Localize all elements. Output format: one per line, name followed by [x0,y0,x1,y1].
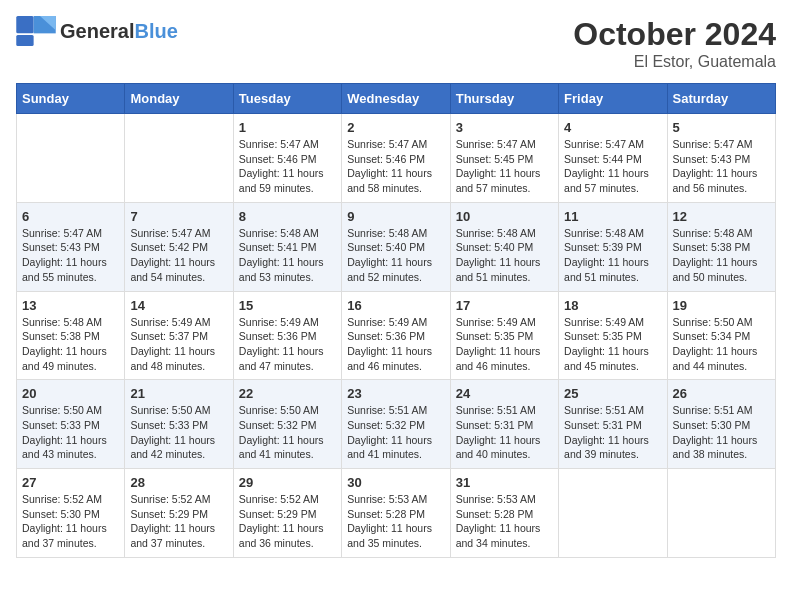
day-info: Sunrise: 5:51 AM Sunset: 5:31 PM Dayligh… [456,403,553,462]
title-block: October 2024 El Estor, Guatemala [573,16,776,71]
day-info: Sunrise: 5:52 AM Sunset: 5:30 PM Dayligh… [22,492,119,551]
table-row: 4Sunrise: 5:47 AM Sunset: 5:44 PM Daylig… [559,114,667,203]
day-info: Sunrise: 5:51 AM Sunset: 5:30 PM Dayligh… [673,403,770,462]
day-number: 3 [456,120,553,135]
day-info: Sunrise: 5:50 AM Sunset: 5:34 PM Dayligh… [673,315,770,374]
calendar-week-row: 1Sunrise: 5:47 AM Sunset: 5:46 PM Daylig… [17,114,776,203]
header-saturday: Saturday [667,84,775,114]
day-info: Sunrise: 5:47 AM Sunset: 5:42 PM Dayligh… [130,226,227,285]
table-row: 20Sunrise: 5:50 AM Sunset: 5:33 PM Dayli… [17,380,125,469]
day-number: 29 [239,475,336,490]
day-info: Sunrise: 5:49 AM Sunset: 5:37 PM Dayligh… [130,315,227,374]
table-row [559,469,667,558]
day-info: Sunrise: 5:48 AM Sunset: 5:40 PM Dayligh… [456,226,553,285]
day-info: Sunrise: 5:48 AM Sunset: 5:39 PM Dayligh… [564,226,661,285]
logo-text-block: GeneralBlue [60,20,178,42]
table-row: 18Sunrise: 5:49 AM Sunset: 5:35 PM Dayli… [559,291,667,380]
table-row: 6Sunrise: 5:47 AM Sunset: 5:43 PM Daylig… [17,202,125,291]
header-sunday: Sunday [17,84,125,114]
table-row: 14Sunrise: 5:49 AM Sunset: 5:37 PM Dayli… [125,291,233,380]
header-wednesday: Wednesday [342,84,450,114]
day-info: Sunrise: 5:48 AM Sunset: 5:40 PM Dayligh… [347,226,444,285]
table-row [125,114,233,203]
day-number: 2 [347,120,444,135]
day-number: 1 [239,120,336,135]
table-row: 28Sunrise: 5:52 AM Sunset: 5:29 PM Dayli… [125,469,233,558]
day-info: Sunrise: 5:47 AM Sunset: 5:46 PM Dayligh… [239,137,336,196]
day-number: 14 [130,298,227,313]
header-tuesday: Tuesday [233,84,341,114]
day-info: Sunrise: 5:47 AM Sunset: 5:45 PM Dayligh… [456,137,553,196]
day-info: Sunrise: 5:48 AM Sunset: 5:41 PM Dayligh… [239,226,336,285]
day-number: 19 [673,298,770,313]
day-number: 12 [673,209,770,224]
day-info: Sunrise: 5:50 AM Sunset: 5:33 PM Dayligh… [130,403,227,462]
table-row: 24Sunrise: 5:51 AM Sunset: 5:31 PM Dayli… [450,380,558,469]
day-info: Sunrise: 5:47 AM Sunset: 5:46 PM Dayligh… [347,137,444,196]
day-number: 13 [22,298,119,313]
table-row: 16Sunrise: 5:49 AM Sunset: 5:36 PM Dayli… [342,291,450,380]
day-number: 18 [564,298,661,313]
table-row: 29Sunrise: 5:52 AM Sunset: 5:29 PM Dayli… [233,469,341,558]
day-number: 7 [130,209,227,224]
calendar-table: Sunday Monday Tuesday Wednesday Thursday… [16,83,776,558]
table-row: 15Sunrise: 5:49 AM Sunset: 5:36 PM Dayli… [233,291,341,380]
day-number: 31 [456,475,553,490]
day-number: 27 [22,475,119,490]
table-row: 21Sunrise: 5:50 AM Sunset: 5:33 PM Dayli… [125,380,233,469]
day-info: Sunrise: 5:47 AM Sunset: 5:43 PM Dayligh… [22,226,119,285]
logo: GeneralBlue [16,16,178,46]
table-row: 12Sunrise: 5:48 AM Sunset: 5:38 PM Dayli… [667,202,775,291]
day-info: Sunrise: 5:53 AM Sunset: 5:28 PM Dayligh… [347,492,444,551]
day-number: 20 [22,386,119,401]
table-row [667,469,775,558]
day-info: Sunrise: 5:52 AM Sunset: 5:29 PM Dayligh… [239,492,336,551]
table-row: 23Sunrise: 5:51 AM Sunset: 5:32 PM Dayli… [342,380,450,469]
day-number: 17 [456,298,553,313]
calendar-week-row: 20Sunrise: 5:50 AM Sunset: 5:33 PM Dayli… [17,380,776,469]
table-row: 1Sunrise: 5:47 AM Sunset: 5:46 PM Daylig… [233,114,341,203]
day-info: Sunrise: 5:51 AM Sunset: 5:32 PM Dayligh… [347,403,444,462]
table-row: 9Sunrise: 5:48 AM Sunset: 5:40 PM Daylig… [342,202,450,291]
day-info: Sunrise: 5:49 AM Sunset: 5:36 PM Dayligh… [347,315,444,374]
day-info: Sunrise: 5:49 AM Sunset: 5:35 PM Dayligh… [456,315,553,374]
month-title: October 2024 [573,16,776,53]
header-monday: Monday [125,84,233,114]
day-info: Sunrise: 5:48 AM Sunset: 5:38 PM Dayligh… [22,315,119,374]
table-row: 22Sunrise: 5:50 AM Sunset: 5:32 PM Dayli… [233,380,341,469]
table-row: 31Sunrise: 5:53 AM Sunset: 5:28 PM Dayli… [450,469,558,558]
day-number: 8 [239,209,336,224]
day-info: Sunrise: 5:52 AM Sunset: 5:29 PM Dayligh… [130,492,227,551]
day-number: 9 [347,209,444,224]
day-info: Sunrise: 5:48 AM Sunset: 5:38 PM Dayligh… [673,226,770,285]
day-number: 11 [564,209,661,224]
table-row: 30Sunrise: 5:53 AM Sunset: 5:28 PM Dayli… [342,469,450,558]
table-row: 17Sunrise: 5:49 AM Sunset: 5:35 PM Dayli… [450,291,558,380]
day-number: 26 [673,386,770,401]
table-row: 27Sunrise: 5:52 AM Sunset: 5:30 PM Dayli… [17,469,125,558]
table-row: 8Sunrise: 5:48 AM Sunset: 5:41 PM Daylig… [233,202,341,291]
day-info: Sunrise: 5:51 AM Sunset: 5:31 PM Dayligh… [564,403,661,462]
day-number: 24 [456,386,553,401]
day-info: Sunrise: 5:49 AM Sunset: 5:35 PM Dayligh… [564,315,661,374]
logo-icon [16,16,56,46]
table-row: 5Sunrise: 5:47 AM Sunset: 5:43 PM Daylig… [667,114,775,203]
day-info: Sunrise: 5:47 AM Sunset: 5:43 PM Dayligh… [673,137,770,196]
table-row [17,114,125,203]
table-row: 19Sunrise: 5:50 AM Sunset: 5:34 PM Dayli… [667,291,775,380]
header-thursday: Thursday [450,84,558,114]
calendar-week-row: 6Sunrise: 5:47 AM Sunset: 5:43 PM Daylig… [17,202,776,291]
day-number: 6 [22,209,119,224]
day-info: Sunrise: 5:50 AM Sunset: 5:32 PM Dayligh… [239,403,336,462]
day-number: 5 [673,120,770,135]
svg-rect-3 [16,35,33,46]
header-friday: Friday [559,84,667,114]
table-row: 26Sunrise: 5:51 AM Sunset: 5:30 PM Dayli… [667,380,775,469]
day-number: 15 [239,298,336,313]
logo-blue: Blue [134,20,177,42]
table-row: 10Sunrise: 5:48 AM Sunset: 5:40 PM Dayli… [450,202,558,291]
table-row: 3Sunrise: 5:47 AM Sunset: 5:45 PM Daylig… [450,114,558,203]
day-number: 30 [347,475,444,490]
svg-rect-0 [16,16,33,33]
day-info: Sunrise: 5:47 AM Sunset: 5:44 PM Dayligh… [564,137,661,196]
